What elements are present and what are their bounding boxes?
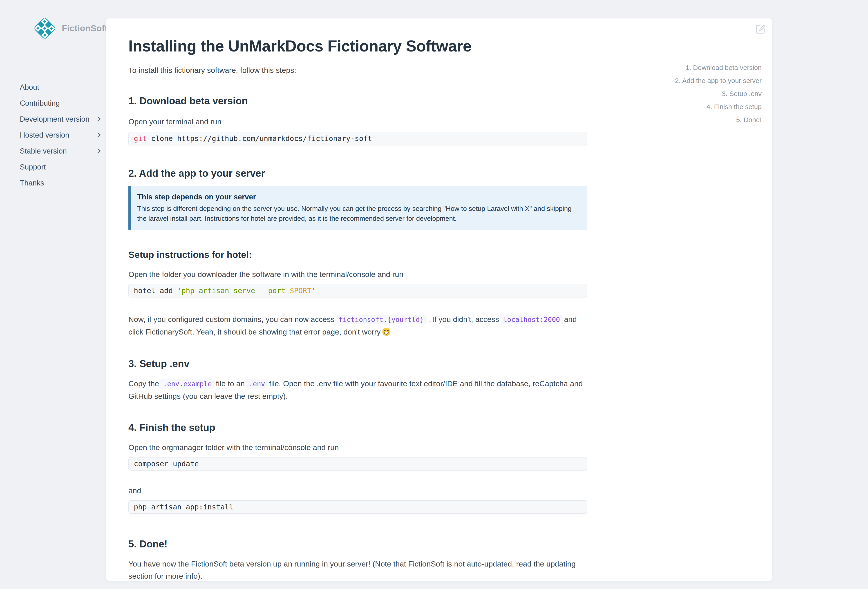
- sidebar-item-label: Development version: [20, 115, 90, 123]
- hotel-paragraph: Open the folder you downloader the softw…: [128, 268, 587, 280]
- content-card: 1. Download beta version2. Add the app t…: [106, 18, 772, 581]
- article: Installing the UnMarkDocs Fictionary Sof…: [128, 18, 587, 582]
- sidebar-item-label: About: [20, 83, 39, 91]
- toc-item-5[interactable]: 5. Done!: [675, 113, 762, 126]
- text-segment: Copy the: [128, 379, 159, 388]
- toc-item-2[interactable]: 2. Add the app to your server: [675, 74, 762, 87]
- sidebar-item-label: Stable version: [20, 147, 67, 155]
- sidebar-item-hosted-version[interactable]: Hosted version›: [0, 127, 106, 143]
- edit-pencil-square-icon: [755, 24, 766, 34]
- toc-item-1[interactable]: 1. Download beta version: [675, 61, 762, 74]
- sidebar-item-label: Contributing: [20, 99, 60, 107]
- brand-name: FictionSoft: [62, 24, 108, 33]
- sidebar-item-label: Thanks: [20, 179, 44, 187]
- intro-paragraph: To install this fictionary software, fol…: [128, 64, 587, 76]
- brand-logo[interactable]: FictionSoft: [30, 14, 108, 43]
- code-block-app-install: php artisan app:install: [128, 500, 587, 514]
- text-segment: Now, if you configured custom domains, y…: [128, 315, 335, 323]
- inline-code: .env: [246, 379, 267, 389]
- section-2-heading: 2. Add the app to your server: [128, 168, 587, 179]
- sidebar-item-label: Support: [20, 163, 46, 171]
- sidebar-item-development-version[interactable]: Development version›: [0, 111, 106, 127]
- inline-code: .env.example: [160, 379, 214, 389]
- section-4-heading: 4. Finish the setup: [128, 422, 587, 433]
- sidebar-item-label: Hosted version: [20, 131, 69, 139]
- text-segment: . If you didn't, access: [428, 315, 499, 323]
- hotel-subheading: Setup instructions for hotel:: [128, 249, 587, 260]
- section-4-paragraph: Open the orgmanager folder with the term…: [128, 441, 587, 453]
- inline-code: localhost:2000: [500, 315, 562, 325]
- code-block-composer-update: composer update: [128, 457, 587, 471]
- callout-title: This step depends on your server: [137, 192, 580, 202]
- chevron-right-icon: ›: [97, 127, 101, 143]
- code-token-fn: git: [134, 134, 147, 143]
- text-segment: file to an: [216, 379, 245, 388]
- text-segment: hotel add: [134, 286, 177, 295]
- table-of-contents: 1. Download beta version2. Add the app t…: [675, 61, 762, 126]
- section-3-heading: 3. Setup .env: [128, 358, 587, 369]
- sidebar-nav: AboutContributingDevelopment version›Hos…: [0, 79, 106, 191]
- grin-emoji: [382, 328, 391, 336]
- code-token-str: ': [311, 286, 316, 295]
- code-token-var: $PORT: [290, 286, 311, 295]
- toc-item-4[interactable]: 4. Finish the setup: [675, 100, 762, 113]
- chevron-right-icon: ›: [97, 111, 101, 127]
- fictionsoft-logo-icon: [30, 14, 59, 43]
- section-1-heading: 1. Download beta version: [128, 95, 587, 106]
- info-callout: This step depends on your server This st…: [128, 186, 587, 230]
- sidebar-item-support[interactable]: Support: [0, 159, 106, 175]
- sidebar-item-thanks[interactable]: Thanks: [0, 175, 106, 191]
- sidebar-item-about[interactable]: About: [0, 79, 106, 95]
- code-block-hotel-add: hotel add 'php artisan serve --port $POR…: [128, 284, 587, 297]
- inline-code: fictionsoft.{yourtld}: [336, 315, 427, 325]
- section-3-paragraph: Copy the.env.examplefile to an.envfile. …: [128, 378, 587, 402]
- callout-body: This step is different depending on the …: [137, 204, 580, 223]
- and-text: and: [128, 484, 587, 497]
- section-5-heading: 5. Done!: [128, 539, 587, 550]
- sidebar-item-contributing[interactable]: Contributing: [0, 95, 106, 111]
- code-token-str: 'php artisan serve --port: [177, 286, 290, 295]
- toc-item-3[interactable]: 3. Setup .env: [675, 87, 762, 100]
- domains-paragraph: Now, if you configured custom domains, y…: [128, 313, 587, 338]
- section-5-paragraph: You have now the FictionSoft beta versio…: [128, 558, 587, 582]
- code-block-git-clone: git clone https://github.com/unmarkdocs/…: [128, 132, 587, 145]
- section-1-paragraph: Open your terminal and run: [128, 115, 587, 128]
- text-segment: composer update: [134, 459, 199, 468]
- sidebar-item-stable-version[interactable]: Stable version›: [0, 143, 106, 159]
- text-segment: clone https://github.com/unmarkdocs/fict…: [147, 134, 372, 143]
- chevron-right-icon: ›: [97, 143, 101, 159]
- edit-page-button[interactable]: [755, 24, 766, 34]
- page-title: Installing the UnMarkDocs Fictionary Sof…: [128, 37, 587, 55]
- text-segment: php artisan app:install: [134, 503, 233, 511]
